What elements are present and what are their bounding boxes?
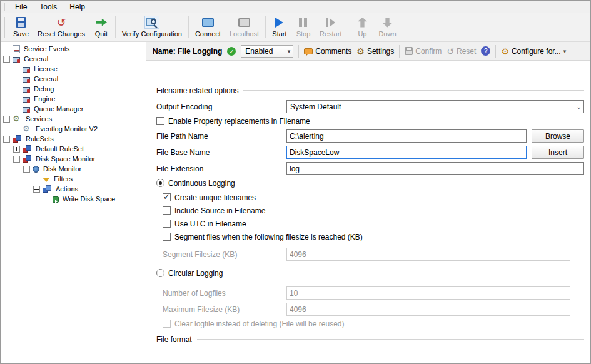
stop-icon [299, 18, 307, 27]
disk-monitor-icon [33, 166, 39, 173]
tree-item-rulesets[interactable]: RuleSets [1, 134, 146, 144]
toolbar-separator [348, 16, 348, 38]
tree-item-debug[interactable]: Debug [1, 84, 146, 94]
filters-icon [43, 178, 50, 182]
use-utc-checkbox[interactable]: Use UTC in Filename [163, 219, 584, 228]
help-icon[interactable]: ? [481, 46, 490, 56]
file-extension-input[interactable] [286, 162, 584, 175]
segment-filesize-input [286, 248, 570, 261]
menu-help[interactable]: Help [63, 1, 91, 13]
enable-property-replacements-checkbox[interactable]: Enable Property replacements in Filename [156, 116, 584, 126]
collapse-expander-icon[interactable] [13, 156, 20, 163]
menu-tools[interactable]: Tools [33, 1, 63, 13]
toolbar: Save ↺ Reset Changes Quit Verify Configu… [1, 13, 590, 42]
save-button[interactable]: Save [9, 13, 33, 41]
reset-changes-icon: ↺ [56, 17, 66, 28]
collapse-expander-icon[interactable] [23, 166, 30, 173]
output-encoding-row: Output Encoding System Default ⌄ [156, 100, 584, 113]
start-button[interactable]: Start [268, 13, 291, 41]
connect-button[interactable]: Connect [191, 13, 225, 41]
browse-button[interactable]: Browse [532, 129, 584, 143]
tree-item-disk-monitor[interactable]: Disk Monitor [1, 164, 146, 174]
license-icon [23, 67, 30, 73]
toolbar-separator [115, 16, 116, 38]
insert-button[interactable]: Insert [532, 146, 584, 159]
collapse-expander-icon[interactable] [33, 186, 40, 193]
comments-button[interactable]: Comments [304, 47, 351, 56]
toolbar-separator [265, 16, 266, 38]
tree-item-eventlog-monitor-v2[interactable]: ⚙ Eventlog Monitor V2 [1, 124, 146, 134]
up-button[interactable]: Up [350, 13, 374, 41]
collapse-expander-icon[interactable] [3, 56, 10, 63]
enabled-select[interactable]: Enabled ▾ [241, 45, 293, 58]
configure-icon: ⚙ [501, 47, 509, 56]
reset-changes-button[interactable]: ↺ Reset Changes [33, 13, 89, 41]
tree-item-engine[interactable]: Engine [1, 94, 146, 104]
checkbox-disabled-icon [163, 320, 171, 328]
tree-item-general[interactable]: General [1, 54, 146, 64]
localhost-button[interactable]: Localhost [225, 13, 263, 41]
tree-item-disk-space-monitor[interactable]: Disk Space Monitor [1, 154, 146, 164]
write-disk-space-icon [53, 196, 59, 203]
file-format-group-header: File format [156, 335, 584, 344]
verify-configuration-icon [144, 16, 159, 29]
checkbox-icon [163, 206, 171, 215]
collapse-expander-icon[interactable] [3, 116, 10, 123]
save-icon [16, 17, 26, 28]
create-unique-filenames-checkbox[interactable]: ✓ Create unique filenames [163, 193, 584, 202]
comments-icon [304, 48, 313, 54]
file-base-name-input[interactable] [286, 146, 527, 159]
tree-item-write-disk-space[interactable]: Write Disk Space [1, 194, 146, 204]
restart-icon [326, 18, 335, 27]
tree-item-default-ruleset[interactable]: Default RuleSet [1, 144, 146, 154]
reset-button[interactable]: ↺ Reset [447, 47, 476, 56]
expand-expander-icon[interactable] [13, 146, 20, 153]
checkbox-icon [163, 233, 171, 241]
file-path-input[interactable] [286, 129, 527, 143]
menu-file[interactable]: File [9, 1, 33, 13]
checkbox-icon [156, 117, 164, 125]
general-sub-icon [23, 77, 30, 83]
menubar-grip-icon [4, 3, 6, 11]
restart-button[interactable]: Restart [315, 13, 346, 41]
menu-bar: File Tools Help [1, 1, 590, 13]
segment-files-checkbox[interactable]: Segment files when the following filesiz… [163, 232, 584, 241]
file-extension-row: File Extension [156, 162, 584, 175]
down-button[interactable]: Down [374, 13, 400, 41]
settings-button[interactable]: ⚙ Settings [356, 47, 394, 56]
actionbar-separator [495, 45, 496, 58]
rulesets-icon [13, 134, 22, 143]
stop-button[interactable]: Stop [291, 13, 315, 41]
circular-logging-radio[interactable]: Circular Logging [156, 268, 584, 278]
tree-item-queue-manager[interactable]: Queue Manager [1, 104, 146, 114]
radio-selected-icon [156, 179, 164, 187]
include-source-checkbox[interactable]: Include Source in Filename [163, 206, 584, 215]
quit-button[interactable]: Quit [89, 13, 113, 41]
file-path-row: File Path Name Browse [156, 129, 584, 143]
confirm-button[interactable]: Confirm [405, 47, 442, 56]
file-base-row: File Base Name Insert [156, 146, 584, 159]
up-arrow-icon [358, 18, 367, 28]
continuous-logging-radio[interactable]: Continuous Logging [156, 178, 584, 188]
tree-item-services[interactable]: ⚙ Services [1, 114, 146, 124]
actionbar-separator [298, 45, 299, 58]
tree-item-actions[interactable]: Actions [1, 184, 146, 194]
verify-configuration-button[interactable]: Verify Configuration [118, 13, 186, 41]
collapse-expander-icon[interactable] [3, 136, 10, 143]
settings-icon: ⚙ [356, 47, 365, 56]
quit-icon [96, 19, 107, 26]
confirm-icon [405, 47, 413, 55]
eventlog-monitor-icon: ⚙ [23, 124, 32, 133]
debug-icon [23, 87, 30, 93]
checkbox-icon [163, 220, 171, 228]
action-name-label: Name: File Logging [153, 47, 222, 56]
tree-item-general-sub[interactable]: General [1, 74, 146, 84]
tree-item-license[interactable]: License [1, 64, 146, 74]
output-encoding-select[interactable]: System Default ⌄ [286, 100, 584, 113]
chevron-down-icon: ▾ [288, 48, 291, 54]
tree-item-filters[interactable]: Filters [1, 174, 146, 184]
tree-item-service-events[interactable]: Service Events [1, 44, 146, 54]
default-ruleset-icon [23, 144, 32, 153]
reset-icon: ↺ [447, 47, 454, 56]
configure-for-button[interactable]: ⚙ Configure for... ▾ [501, 47, 566, 56]
